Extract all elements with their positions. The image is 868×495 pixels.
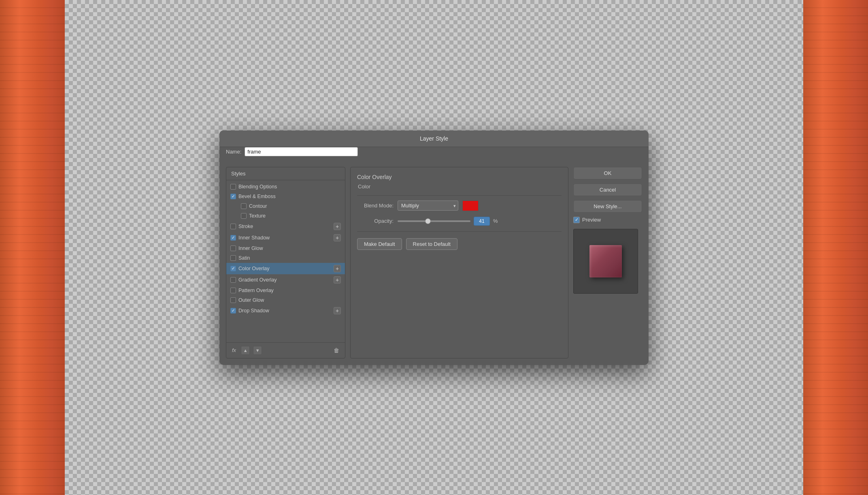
label-satin: Satin [238,255,341,261]
checkbox-texture[interactable] [241,213,247,219]
name-label: Name: [226,149,241,155]
label-inner-glow: Inner Glow [238,245,341,251]
settings-buttons: Make Default Reset to Default [357,238,562,250]
label-inner-shadow: Inner Shadow [238,235,331,241]
opacity-label: Opacity: [357,218,394,224]
add-color-overlay-btn[interactable]: + [334,265,341,272]
sidebar-item-pattern-overlay[interactable]: Pattern Overlay [226,286,345,295]
trash-icon: 🗑 [334,347,339,354]
dialog-titlebar: Layer Style [219,130,649,147]
sidebar-item-inner-shadow[interactable]: Inner Shadow + [226,232,345,243]
checkbox-color-overlay[interactable] [230,266,236,271]
up-arrow-icon: ▲ [243,348,248,353]
opacity-slider-wrap: % [398,217,498,226]
ok-button[interactable]: OK [573,167,642,179]
add-drop-shadow-btn[interactable]: + [334,307,341,314]
dialog-title: Layer Style [420,135,448,142]
opacity-slider[interactable] [398,220,470,222]
sidebar-item-stroke[interactable]: Stroke + [226,221,345,232]
color-swatch[interactable] [462,201,479,211]
preview-thumbnail [589,245,622,277]
percent-label: % [493,218,498,224]
checkbox-bevel-emboss[interactable] [230,194,236,199]
preview-check-row: Preview [573,217,642,223]
checkbox-gradient-overlay[interactable] [230,277,236,283]
side-panel-right [803,0,868,495]
delete-button[interactable]: 🗑 [332,346,341,355]
checkbox-blending-options[interactable] [230,184,236,190]
blend-mode-row: Blend Mode: Multiply Normal Dissolve Scr… [357,201,562,211]
label-outer-glow: Outer Glow [238,297,341,303]
sidebar-item-color-overlay[interactable]: Color Overlay + [226,263,345,274]
add-inner-shadow-btn[interactable]: + [334,234,341,241]
label-bevel-emboss: Bevel & Emboss [238,194,341,199]
move-down-button[interactable]: ▼ [253,346,262,355]
styles-toolbar: fx ▲ ▼ 🗑 [226,342,345,358]
new-style-button[interactable]: New Style... [573,200,642,213]
sidebar-item-satin[interactable]: Satin [226,253,345,263]
settings-sub-title: Color [357,183,562,190]
name-row: Name: [219,147,649,160]
sidebar-item-outer-glow[interactable]: Outer Glow [226,295,345,305]
settings-panel: Color Overlay Color Blend Mode: Multiply… [350,167,568,358]
opacity-input[interactable] [474,217,490,226]
divider-top [357,195,562,196]
actions-panel: OK Cancel New Style... Preview [573,167,642,358]
label-stroke: Stroke [238,224,331,229]
settings-section-title: Color Overlay [357,174,562,180]
checkbox-outer-glow[interactable] [230,297,236,303]
blend-mode-select-wrap: Multiply Normal Dissolve Screen Overlay … [398,201,458,211]
side-panel-left [0,0,65,495]
checkbox-inner-shadow[interactable] [230,235,236,241]
checkbox-contour[interactable] [241,203,247,209]
sidebar-item-drop-shadow[interactable]: Drop Shadow + [226,305,345,316]
fx-button[interactable]: fx [230,346,238,354]
blend-mode-select[interactable]: Multiply Normal Dissolve Screen Overlay … [398,201,458,211]
preview-label: Preview [582,217,601,223]
label-color-overlay: Color Overlay [238,266,331,271]
label-texture: Texture [249,213,341,219]
dialog-body: Styles Blending Options Bevel & Emboss C… [219,160,649,365]
sidebar-item-gradient-overlay[interactable]: Gradient Overlay + [226,274,345,286]
styles-list: Blending Options Bevel & Emboss Contour … [226,180,345,318]
add-gradient-overlay-btn[interactable]: + [334,276,341,284]
checkbox-satin[interactable] [230,255,236,261]
blend-mode-label: Blend Mode: [357,203,394,209]
down-arrow-icon: ▼ [255,348,260,353]
divider-bottom [357,231,562,232]
layer-style-dialog: Layer Style Name: Styles Blending Option… [219,130,649,365]
opacity-row: Opacity: % [357,217,562,226]
styles-header[interactable]: Styles [226,167,345,180]
label-gradient-overlay: Gradient Overlay [238,277,331,283]
sidebar-item-bevel-emboss[interactable]: Bevel & Emboss [226,192,345,201]
checkbox-pattern-overlay[interactable] [230,288,236,293]
add-stroke-btn[interactable]: + [334,223,341,230]
sidebar-item-inner-glow[interactable]: Inner Glow [226,243,345,253]
sidebar-item-blending-options[interactable]: Blending Options [226,182,345,192]
checkbox-inner-glow[interactable] [230,245,236,251]
preview-checkbox[interactable] [573,217,580,223]
label-contour: Contour [249,203,341,209]
move-up-button[interactable]: ▲ [241,346,250,355]
label-drop-shadow: Drop Shadow [238,308,331,314]
name-input[interactable] [245,147,358,156]
styles-panel: Styles Blending Options Bevel & Emboss C… [226,167,345,358]
make-default-button[interactable]: Make Default [357,238,402,250]
label-pattern-overlay: Pattern Overlay [238,288,341,293]
label-blending-options: Blending Options [238,184,341,190]
sidebar-item-texture[interactable]: Texture [226,211,345,221]
checkbox-drop-shadow[interactable] [230,308,236,314]
checkbox-stroke[interactable] [230,224,236,229]
preview-box [573,229,638,294]
reset-to-default-button[interactable]: Reset to Default [406,238,457,250]
sidebar-item-contour[interactable]: Contour [226,201,345,211]
cancel-button[interactable]: Cancel [573,183,642,196]
